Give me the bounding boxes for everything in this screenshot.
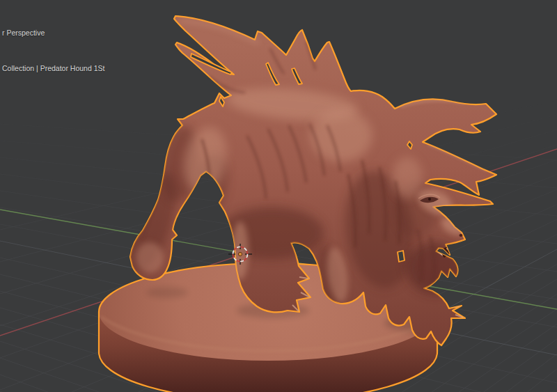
nostril xyxy=(460,234,463,237)
viewport-canvas[interactable] xyxy=(0,0,557,392)
blender-3d-viewport[interactable]: r Perspective Collection | Predator Houn… xyxy=(0,0,557,392)
paw-shadow xyxy=(146,287,188,298)
